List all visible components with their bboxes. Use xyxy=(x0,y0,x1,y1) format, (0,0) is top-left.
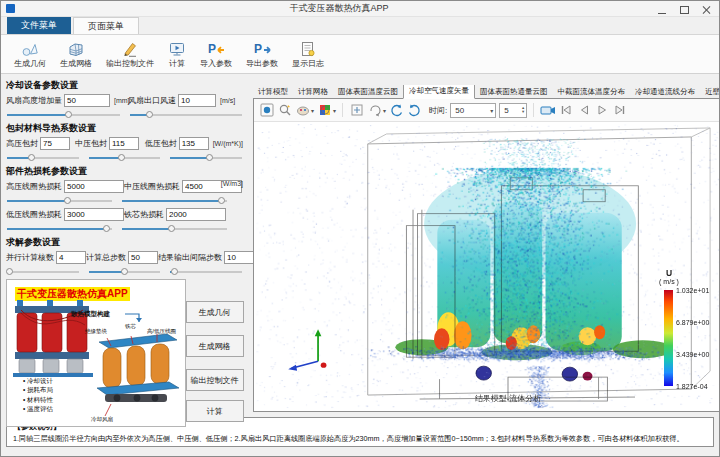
generate-mesh-button[interactable]: 生成网格 xyxy=(53,36,99,72)
mv-loss-label: 中压线圈热损耗 xyxy=(124,181,180,192)
slider-thumb[interactable] xyxy=(103,225,110,232)
slider-thumb[interactable] xyxy=(64,197,71,204)
slider-thumb[interactable] xyxy=(218,197,225,204)
rotate-ccw-icon[interactable] xyxy=(389,103,404,118)
play-icon[interactable] xyxy=(594,103,609,118)
mv-loss-slider[interactable] xyxy=(122,196,227,205)
minimize-icon xyxy=(658,13,666,14)
dropdown-arrow-icon: ▾ xyxy=(383,107,386,114)
tab-channel-streamline[interactable]: 冷却通道流线分布 xyxy=(630,85,700,99)
maximize-button[interactable] xyxy=(680,0,689,18)
fan-speed-slider[interactable] xyxy=(130,110,243,119)
fan-height-input[interactable] xyxy=(64,94,110,107)
time-select[interactable]: 50 ▾ xyxy=(450,103,496,118)
show-log-icon xyxy=(299,40,317,58)
mv-encap-slider[interactable] xyxy=(89,153,161,162)
tab-file-menu[interactable]: 文件菜单 xyxy=(7,17,71,34)
slider-thumb[interactable] xyxy=(146,111,153,118)
slider-thumb[interactable] xyxy=(121,268,128,275)
generate-geometry-action[interactable]: 生成几何 xyxy=(186,301,244,323)
slider-thumb[interactable] xyxy=(168,225,175,232)
generate-mesh-action[interactable]: 生成网格 xyxy=(186,335,244,357)
tab-calc-mesh[interactable]: 计算网格 xyxy=(293,85,333,99)
cores-slider[interactable] xyxy=(7,267,79,276)
tab-heat-flux[interactable]: 固体表面热通量云图 xyxy=(475,85,553,99)
conductivity-unit: [W/(m*K)] xyxy=(213,140,243,147)
step-back-icon[interactable] xyxy=(576,103,591,118)
lv-encap-slider[interactable] xyxy=(170,153,242,162)
hv-loss-slider[interactable] xyxy=(7,196,112,205)
core-loss-input[interactable] xyxy=(166,208,226,221)
app-window: 干式变压器散热仿真APP 文件菜单 页面菜单 生成几何 生成网格 xyxy=(0,0,720,457)
lv-encap-input[interactable] xyxy=(179,137,209,150)
slider-thumb[interactable] xyxy=(65,111,72,118)
section-title-loss: 部件热损耗参数设置 xyxy=(6,165,243,178)
colorbar-tick: 3.439e+00 xyxy=(676,351,716,358)
colorbar-tick: 6.879e+00 xyxy=(676,319,716,326)
dropdown-arrow-icon: ▾ xyxy=(490,107,493,114)
output-interval-slider[interactable] xyxy=(170,267,242,276)
frame-spinner[interactable]: 5 ▴▾ xyxy=(499,103,527,118)
skip-start-icon[interactable] xyxy=(558,103,573,118)
slider-thumb[interactable] xyxy=(206,154,213,161)
result-tabs: 计算模型 计算网格 固体表面温度云图 冷却空气速度矢量 固体表面热通量云图 中截… xyxy=(253,85,720,99)
output-control-file-button[interactable]: 输出控制文件 xyxy=(99,36,161,72)
axis-triad xyxy=(288,329,326,370)
hv-encap-input[interactable] xyxy=(40,137,70,150)
action-buttons: 生成几何 生成网格 输出控制文件 计算 xyxy=(186,279,243,427)
spinner-arrows-icon[interactable]: ▴▾ xyxy=(522,106,524,115)
hv-loss-input[interactable] xyxy=(64,180,124,193)
app-icon xyxy=(6,4,15,13)
lv-loss-input[interactable] xyxy=(64,208,124,221)
output-control-file-action[interactable]: 输出控制文件 xyxy=(186,369,244,391)
show-log-button[interactable]: 显示日志 xyxy=(285,36,331,72)
background-style-icon[interactable] xyxy=(295,103,310,118)
fan-speed-input[interactable] xyxy=(178,94,216,107)
cores-input[interactable] xyxy=(56,251,86,264)
close-button[interactable] xyxy=(703,0,711,18)
core-loss-slider[interactable] xyxy=(122,224,227,233)
tab-midplane-temp[interactable]: 中截面流体温度分布 xyxy=(553,85,631,99)
control-file-icon xyxy=(121,40,139,58)
mv-encap-input[interactable] xyxy=(109,137,139,150)
steps-input[interactable] xyxy=(128,251,158,264)
slider-thumb[interactable] xyxy=(28,154,35,161)
plot-toolbar: ▾ ▾ ▾ xyxy=(254,99,720,122)
colorbar: U ( m/s ) 1.032e+01 6.879e+00 3.439e+00 … xyxy=(652,268,714,398)
step-forward-icon[interactable] xyxy=(612,103,627,118)
hv-encap-slider[interactable] xyxy=(7,153,79,162)
core-loss-label: 铁芯热损耗 xyxy=(124,209,164,220)
datatip-icon[interactable] xyxy=(277,103,292,118)
snapshot-icon[interactable] xyxy=(259,103,274,118)
export-video-icon[interactable] xyxy=(540,103,555,118)
compute-button[interactable]: 计算 xyxy=(161,36,193,72)
generate-geometry-button[interactable]: 生成几何 xyxy=(7,36,53,72)
lv-loss-slider[interactable] xyxy=(7,224,112,233)
plot-content[interactable]: U ( m/s ) 1.032e+01 6.879e+00 3.439e+00 … xyxy=(254,122,720,411)
colormap-icon[interactable] xyxy=(317,103,332,118)
export-params-button[interactable]: P 导出参数 xyxy=(239,36,285,72)
slider-thumb[interactable] xyxy=(118,154,125,161)
slider-thumb[interactable] xyxy=(6,268,13,275)
fan-height-slider[interactable] xyxy=(7,110,120,119)
mesh-icon xyxy=(67,40,85,58)
fan-label: 冷却风扇 xyxy=(91,416,113,423)
tab-air-velocity[interactable]: 冷却空气速度矢量 xyxy=(403,85,475,99)
bullet-item: 冷却设计 xyxy=(23,376,53,385)
compute-action[interactable]: 计算 xyxy=(186,400,244,422)
rotate-cw-icon[interactable] xyxy=(407,103,422,118)
colorbar-tick: 1.032e+01 xyxy=(676,287,716,294)
slider-thumb[interactable] xyxy=(171,268,178,275)
steps-slider[interactable] xyxy=(89,267,161,276)
plot-area: ▾ ▾ ▾ xyxy=(253,98,720,412)
cooling-fans xyxy=(476,366,593,381)
tab-surface-temp[interactable]: 固体表面温度云图 xyxy=(333,85,403,99)
import-params-button[interactable]: P 导入参数 xyxy=(193,36,239,72)
tab-nearwall-temp[interactable]: 近壁流体温度分布 xyxy=(700,85,720,99)
fit-view-icon[interactable] xyxy=(349,103,364,118)
tab-calc-model[interactable]: 计算模型 xyxy=(253,85,293,99)
minimize-button[interactable] xyxy=(658,0,666,18)
pad-label: 绝缘垫块 xyxy=(85,328,107,335)
rotate-mode-icon[interactable] xyxy=(367,103,382,118)
tab-page-menu[interactable]: 页面菜单 xyxy=(73,17,139,34)
